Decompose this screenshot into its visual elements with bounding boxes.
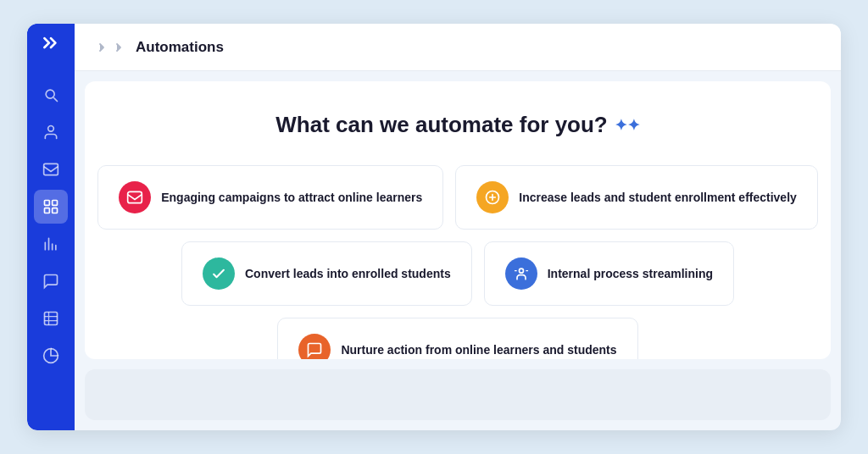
sidebar-icons [27,71,75,379]
cards-row-2: Convert leads into enrolled students Int… [181,241,734,306]
contacts-icon[interactable] [34,115,68,149]
card-convert-text: Convert leads into enrolled students [245,267,451,280]
app-window: Automations What can we automate for you… [27,24,841,430]
automations-icon[interactable] [34,190,68,224]
bar-chart-icon[interactable] [34,227,68,261]
card-nurture[interactable]: Nurture action from online learners and … [277,318,637,359]
search-icon[interactable] [34,78,68,112]
content-panel: What can we automate for you? ✦✦ Engagin… [85,81,831,359]
convert-icon [203,257,235,290]
breadcrumb-chevron [95,41,125,54]
nurture-icon [298,334,331,359]
sidebar [27,24,75,430]
card-convert[interactable]: Convert leads into enrolled students [181,241,472,306]
svg-rect-4 [45,208,50,213]
enrollment-icon [476,181,509,213]
heading-text: What can we automate for you? [275,112,608,138]
cards-area: Engaging campaigns to attract online lea… [105,165,810,359]
svg-point-0 [48,126,54,132]
topbar: Automations [75,24,841,71]
card-campaigns[interactable]: Engaging campaigns to attract online lea… [97,165,443,230]
svg-rect-3 [53,201,58,206]
card-enrollment[interactable]: Increase leads and student enrollment ef… [455,165,818,230]
card-internal[interactable]: Internal process streamlining [484,241,734,306]
chat-icon[interactable] [34,264,68,298]
page-title: Automations [136,39,224,56]
cards-row-3: Nurture action from online learners and … [277,318,637,359]
bottom-section [85,369,831,420]
svg-rect-1 [44,163,58,174]
card-campaigns-text: Engaging campaigns to attract online lea… [161,191,422,204]
pie-chart-icon[interactable] [34,339,68,373]
sparkle-icon: ✦✦ [615,116,640,135]
table-icon[interactable] [34,302,68,335]
main-area: Automations What can we automate for you… [75,24,841,430]
cards-row-1: Engaging campaigns to attract online lea… [97,165,818,230]
svg-rect-2 [45,201,50,206]
svg-rect-6 [45,313,58,325]
svg-point-9 [519,269,523,273]
card-internal-text: Internal process streamlining [548,267,713,280]
card-nurture-text: Nurture action from online learners and … [341,343,616,357]
section-heading: What can we automate for you? ✦✦ [275,112,640,138]
card-enrollment-text: Increase leads and student enrollment ef… [519,191,797,204]
internal-icon [505,257,537,290]
email-icon[interactable] [34,152,68,186]
campaigns-icon [119,181,151,213]
sidebar-logo[interactable] [27,24,75,71]
svg-rect-7 [128,191,142,202]
svg-rect-5 [53,208,58,213]
